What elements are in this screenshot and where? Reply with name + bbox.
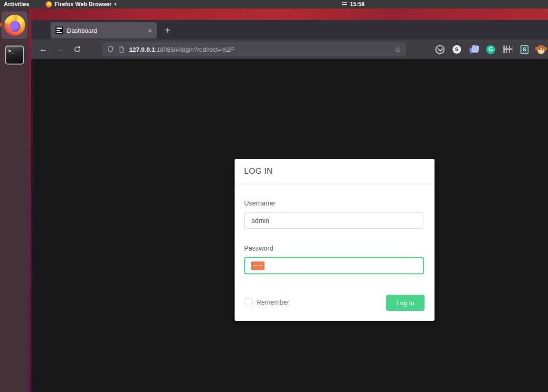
- dashboard-favicon-icon: [56, 27, 63, 34]
- notes-stack-icon[interactable]: [469, 45, 478, 54]
- tab-title: Dashboard: [67, 27, 144, 34]
- page-content: LOG IN Username Password ••••• Remember …: [31, 59, 548, 392]
- dock: >_: [0, 9, 29, 392]
- remember-label[interactable]: Remember: [256, 299, 289, 306]
- clock-label: 15:58: [350, 1, 365, 8]
- password-label: Password: [244, 244, 273, 252]
- running-indicator-dot: [0, 23, 2, 27]
- password-field[interactable]: •••••: [244, 257, 424, 274]
- url-text: 127.0.0.1:18083/#/login?redirect=%2F: [129, 46, 390, 53]
- shortkeys-icon[interactable]: S: [453, 45, 461, 54]
- tampermonkey-icon[interactable]: [537, 45, 546, 54]
- desktop: Activities Firefox Web Browser ▾ 15:58 >…: [0, 0, 548, 392]
- dock-item-firefox[interactable]: [1, 11, 28, 39]
- url-path: :18083/#/login?redirect=%2F: [155, 46, 234, 53]
- login-card: LOG IN Username Password ••••• Remember …: [235, 159, 435, 321]
- divider: [235, 185, 435, 185]
- firefox-icon: [4, 15, 25, 36]
- new-tab-button[interactable]: +: [161, 23, 175, 37]
- close-tab-icon[interactable]: ×: [148, 27, 152, 34]
- calendar-lines-icon: [342, 2, 347, 7]
- chevron-down-icon: ▾: [114, 0, 117, 9]
- bookmark-star-icon[interactable]: ☆: [395, 45, 401, 54]
- app-menu-label: Firefox Web Browser: [55, 1, 112, 8]
- fence-icon[interactable]: [503, 46, 512, 53]
- terminal-icon: >_: [8, 48, 14, 54]
- reload-icon: [74, 46, 81, 53]
- pocket-icon[interactable]: [435, 45, 444, 54]
- app-menu[interactable]: Firefox Web Browser ▾: [46, 0, 116, 9]
- activities-button[interactable]: Activities: [4, 0, 29, 9]
- system-top-bar: Activities Firefox Web Browser ▾ 15:58: [0, 0, 548, 9]
- firefox-mini-icon: [46, 1, 52, 8]
- stylus-icon[interactable]: S: [520, 45, 529, 54]
- shield-icon[interactable]: [107, 46, 114, 53]
- url-host: 127.0.0.1: [129, 46, 155, 53]
- grammarly-icon[interactable]: G: [486, 45, 495, 54]
- navigation-toolbar: ← → 127.0.0.1:18083/#/login?redirect=%2F…: [31, 39, 548, 59]
- password-selected-text: •••••: [251, 261, 265, 270]
- back-button[interactable]: ←: [36, 42, 50, 56]
- reload-button[interactable]: [70, 42, 85, 56]
- forward-button[interactable]: →: [53, 42, 67, 56]
- page-info-icon[interactable]: [118, 46, 125, 53]
- tab-dashboard[interactable]: Dashboard ×: [51, 22, 157, 38]
- dock-item-terminal[interactable]: >_: [5, 46, 24, 65]
- clock-menu[interactable]: 15:58: [342, 0, 365, 9]
- username-field[interactable]: [244, 212, 424, 229]
- login-title: LOG IN: [244, 167, 273, 176]
- extension-toolbar: S G S: [435, 39, 546, 59]
- login-button[interactable]: Log In: [386, 295, 425, 311]
- firefox-window: Dashboard × + ← →: [31, 20, 548, 392]
- username-label: Username: [244, 199, 275, 207]
- tab-bar: Dashboard × +: [31, 20, 548, 39]
- desktop-wallpaper-strip: [29, 9, 548, 20]
- remember-checkbox[interactable]: [245, 298, 253, 306]
- url-bar[interactable]: 127.0.0.1:18083/#/login?redirect=%2F ☆: [102, 42, 406, 56]
